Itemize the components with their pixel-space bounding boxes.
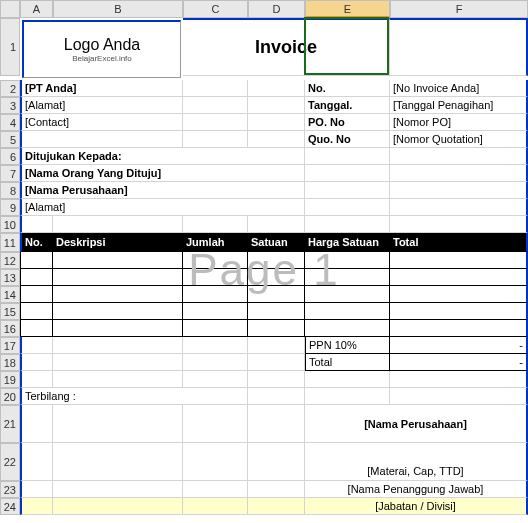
cell-a22[interactable] (20, 443, 53, 481)
cell-e8[interactable] (305, 182, 390, 199)
cell-e9[interactable] (305, 199, 390, 216)
row-header-10[interactable]: 10 (0, 216, 20, 233)
row-header-13[interactable]: 13 (0, 269, 20, 286)
cell-a17[interactable] (20, 337, 53, 354)
cell-d24[interactable] (248, 498, 305, 515)
td-price-15[interactable] (305, 303, 390, 320)
row-header-16[interactable]: 16 (0, 320, 20, 337)
cell-b23[interactable] (53, 481, 183, 498)
cell-f8[interactable] (390, 182, 528, 199)
cell-c22[interactable] (183, 443, 248, 481)
cell-b24[interactable] (53, 498, 183, 515)
cell-d18[interactable] (248, 354, 305, 371)
recipient-name[interactable]: [Nama Orang Yang Dituju] (20, 165, 305, 182)
td-total-13[interactable] (390, 269, 528, 286)
cell-b17[interactable] (53, 337, 183, 354)
cell-c18[interactable] (183, 354, 248, 371)
col-header-D[interactable]: D (248, 0, 305, 18)
terbilang-label[interactable]: Terbilang : (20, 388, 248, 405)
meta-quo-label[interactable]: Quo. No (305, 131, 390, 148)
td-no-14[interactable] (20, 286, 53, 303)
cell-b10[interactable] (53, 216, 183, 233)
row-header-1[interactable]: 1 (0, 18, 20, 76)
cell-a21[interactable] (20, 405, 53, 443)
cell-d4[interactable] (248, 114, 305, 131)
row-header-6[interactable]: 6 (0, 148, 20, 165)
row-header-2[interactable]: 2 (0, 80, 20, 97)
cell-d20[interactable] (248, 388, 305, 405)
td-unit-13[interactable] (248, 269, 305, 286)
cell-d2[interactable] (248, 80, 305, 97)
col-header-F[interactable]: F (390, 0, 528, 18)
td-qty-12[interactable] (183, 252, 248, 269)
cell-c10[interactable] (183, 216, 248, 233)
td-price-16[interactable] (305, 320, 390, 337)
td-price-12[interactable] (305, 252, 390, 269)
col-header-C[interactable]: C (183, 0, 248, 18)
td-price-13[interactable] (305, 269, 390, 286)
meta-date-value[interactable]: [Tanggal Penagihan] (390, 97, 528, 114)
th-price[interactable]: Harga Satuan (305, 233, 390, 252)
recipient-address[interactable]: [Alamat] (20, 199, 305, 216)
cell-f1[interactable] (390, 18, 528, 76)
sign-company[interactable]: [Nama Perusahaan] (305, 405, 528, 443)
sign-stamp[interactable]: [Materai, Cap, TTD] (305, 443, 528, 481)
cell-f20[interactable] (390, 388, 528, 405)
row-header-7[interactable]: 7 (0, 165, 20, 182)
td-desc-12[interactable] (53, 252, 183, 269)
cell-c5[interactable] (183, 131, 248, 148)
cell-c17[interactable] (183, 337, 248, 354)
meta-quo-value[interactable]: [Nomor Quotation] (390, 131, 528, 148)
cell-f10[interactable] (390, 216, 528, 233)
cell-c2[interactable] (183, 80, 248, 97)
meta-po-label[interactable]: PO. No (305, 114, 390, 131)
row-header-18[interactable]: 18 (0, 354, 20, 371)
cell-d5[interactable] (248, 131, 305, 148)
cell-f7[interactable] (390, 165, 528, 182)
th-desc[interactable]: Deskripsi (53, 233, 183, 252)
cell-c4[interactable] (183, 114, 248, 131)
td-no-13[interactable] (20, 269, 53, 286)
td-qty-14[interactable] (183, 286, 248, 303)
th-total[interactable]: Total (390, 233, 528, 252)
cell-d17[interactable] (248, 337, 305, 354)
row-header-23[interactable]: 23 (0, 481, 20, 498)
cell-a23[interactable] (20, 481, 53, 498)
cell-f6[interactable] (390, 148, 528, 165)
td-no-15[interactable] (20, 303, 53, 320)
row-header-11[interactable]: 11 (0, 233, 20, 252)
row-header-14[interactable]: 14 (0, 286, 20, 303)
col-header-B[interactable]: B (53, 0, 183, 18)
total-value[interactable]: - (390, 354, 528, 371)
th-no[interactable]: No. (20, 233, 53, 252)
cell-e6[interactable] (305, 148, 390, 165)
td-total-16[interactable] (390, 320, 528, 337)
recipient-company[interactable]: [Nama Perusahaan] (20, 182, 305, 199)
cell-b22[interactable] (53, 443, 183, 481)
td-unit-16[interactable] (248, 320, 305, 337)
td-total-15[interactable] (390, 303, 528, 320)
meta-no-label[interactable]: No. (305, 80, 390, 97)
th-qty[interactable]: Jumlah (183, 233, 248, 252)
cell-f19[interactable] (390, 371, 528, 388)
td-total-14[interactable] (390, 286, 528, 303)
td-unit-12[interactable] (248, 252, 305, 269)
row-header-20[interactable]: 20 (0, 388, 20, 405)
sign-role[interactable]: [Jabatan / Divisi] (305, 498, 528, 515)
cell-e7[interactable] (305, 165, 390, 182)
row-header-22[interactable]: 22 (0, 443, 20, 481)
cell-a19[interactable] (20, 371, 53, 388)
row-header-24[interactable]: 24 (0, 498, 20, 515)
cell-d10[interactable] (248, 216, 305, 233)
cell-a18[interactable] (20, 354, 53, 371)
cell-b19[interactable] (53, 371, 183, 388)
td-desc-15[interactable] (53, 303, 183, 320)
td-desc-13[interactable] (53, 269, 183, 286)
row-header-4[interactable]: 4 (0, 114, 20, 131)
td-desc-14[interactable] (53, 286, 183, 303)
cell-f9[interactable] (390, 199, 528, 216)
th-unit[interactable]: Satuan (248, 233, 305, 252)
cell-b21[interactable] (53, 405, 183, 443)
sender-address[interactable]: [Alamat] (20, 97, 183, 114)
row-header-17[interactable]: 17 (0, 337, 20, 354)
